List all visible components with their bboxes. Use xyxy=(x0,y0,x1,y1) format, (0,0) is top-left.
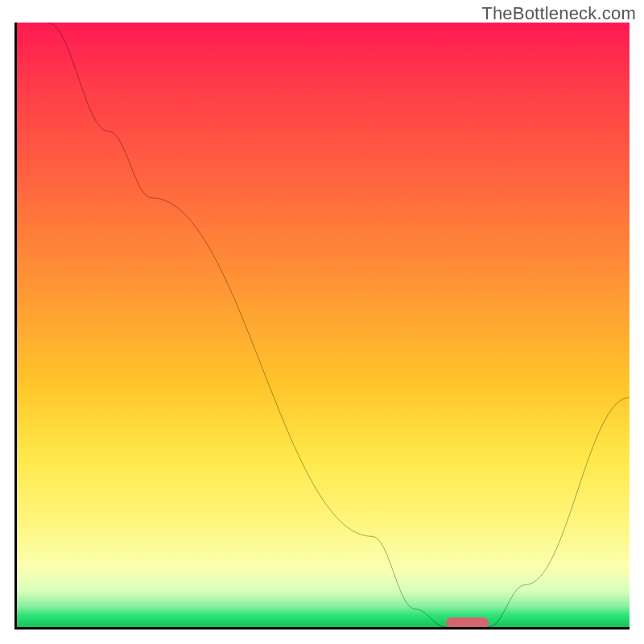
bottleneck-curve xyxy=(17,23,630,627)
optimal-range-marker xyxy=(446,617,489,629)
plot-area xyxy=(14,23,630,630)
chart-container: TheBottleneck.com xyxy=(0,0,644,644)
watermark-text: TheBottleneck.com xyxy=(481,3,636,24)
